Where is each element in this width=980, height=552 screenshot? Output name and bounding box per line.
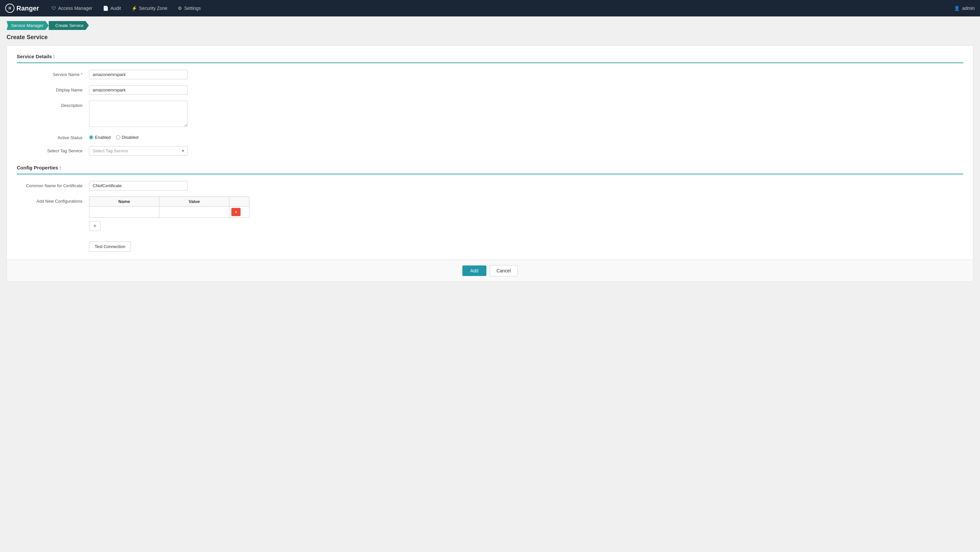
disabled-radio-label[interactable]: Disabled (116, 135, 139, 140)
config-value-cell (159, 207, 229, 218)
action-column-header (229, 197, 250, 207)
config-properties-section: Config Properties : Common Name for Cert… (17, 165, 963, 252)
shield-icon: 🛡 (52, 6, 56, 11)
config-table-wrapper: Name Value (89, 196, 250, 231)
table-row: × (89, 207, 250, 218)
config-properties-section-title: Config Properties : (17, 165, 963, 174)
active-status-group: Enabled Disabled (89, 133, 138, 140)
breadcrumb-create-service[interactable]: Create Service (49, 21, 89, 30)
display-name-label: Display Name (17, 85, 89, 93)
cancel-button[interactable]: Cancel (490, 265, 518, 276)
active-status-row: Active Status Enabled Disabled (17, 133, 963, 140)
admin-label: admin (962, 6, 975, 11)
nav-items: 🛡 Access Manager 📄 Audit ⚡ Security Zone… (47, 3, 954, 13)
form-card: Service Details : Service Name * Display… (6, 45, 974, 282)
breadcrumb-service-manager[interactable]: Service Manager (6, 21, 49, 30)
main-content: Service Details : Service Name * Display… (0, 45, 980, 292)
gear-icon: ⚙ (178, 6, 182, 11)
active-status-label: Active Status (17, 133, 89, 140)
description-input[interactable] (89, 101, 188, 127)
service-details-section-title: Service Details : (17, 54, 963, 63)
ranger-icon: R (5, 4, 14, 13)
service-name-row: Service Name * (17, 70, 963, 79)
config-delete-cell: × (229, 207, 250, 218)
breadcrumb: Service Manager Create Service (0, 16, 980, 33)
description-row: Description (17, 101, 963, 127)
common-name-label: Common Name for Certificate (17, 181, 89, 188)
config-name-input[interactable] (91, 208, 157, 216)
config-value-input[interactable] (161, 208, 227, 216)
doc-icon: 📄 (103, 6, 108, 11)
enabled-radio-label[interactable]: Enabled (89, 135, 111, 140)
disabled-radio[interactable] (116, 135, 120, 139)
navbar: R Ranger 🛡 Access Manager 📄 Audit ⚡ Secu… (0, 0, 980, 16)
display-name-input[interactable] (89, 85, 188, 95)
common-name-row: Common Name for Certificate (17, 181, 963, 190)
service-name-input[interactable] (89, 70, 188, 79)
select-tag-service-wrapper: Select Tag Service ▼ (89, 146, 188, 156)
nav-security-zone[interactable]: ⚡ Security Zone (127, 3, 172, 13)
nav-right: 👤 admin (954, 6, 975, 11)
nav-access-manager[interactable]: 🛡 Access Manager (47, 3, 97, 13)
brand-name: Ranger (16, 5, 39, 12)
enabled-radio[interactable] (89, 135, 93, 139)
user-icon: 👤 (954, 6, 959, 11)
description-label: Description (17, 101, 89, 108)
add-new-config-label: Add New Configurations (17, 196, 89, 204)
service-name-label: Service Name * (17, 70, 89, 77)
delete-row-button[interactable]: × (231, 208, 240, 216)
add-new-configurations-row: Add New Configurations Name Value (17, 196, 963, 231)
form-footer: Add Cancel (7, 260, 973, 282)
select-tag-service-row: Select Tag Service Select Tag Service ▼ (17, 146, 963, 156)
add-row-button[interactable]: + (89, 221, 100, 231)
name-column-header: Name (89, 197, 159, 207)
select-tag-service-label: Select Tag Service (17, 146, 89, 153)
common-name-input[interactable] (89, 181, 188, 190)
lightning-icon: ⚡ (132, 6, 137, 11)
display-name-row: Display Name (17, 85, 963, 95)
page-title: Create Service (0, 33, 980, 45)
test-connection-button[interactable]: Test Connection (89, 241, 131, 252)
brand-logo[interactable]: R Ranger (5, 4, 39, 13)
config-table: Name Value (89, 196, 250, 218)
value-column-header: Value (159, 197, 229, 207)
nav-audit[interactable]: 📄 Audit (98, 3, 126, 13)
add-button[interactable]: Add (462, 265, 486, 276)
config-name-cell (89, 207, 159, 218)
nav-settings[interactable]: ⚙ Settings (173, 3, 205, 13)
test-connection-wrapper: Test Connection (17, 237, 963, 252)
select-tag-service-dropdown[interactable]: Select Tag Service (89, 146, 188, 156)
